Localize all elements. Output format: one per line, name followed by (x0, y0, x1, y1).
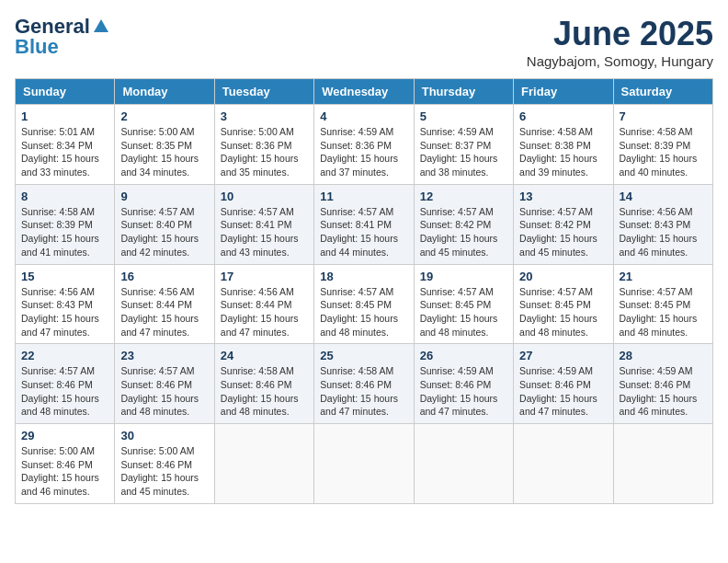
calendar-cell: 22 Sunrise: 4:57 AM Sunset: 8:46 PM Dayl… (16, 344, 115, 424)
day-number: 3 (221, 109, 308, 123)
calendar-cell: 5 Sunrise: 4:59 AM Sunset: 8:37 PM Dayli… (414, 105, 513, 185)
calendar-header-monday: Monday (115, 79, 214, 105)
day-info: Sunrise: 4:57 AM Sunset: 8:45 PM Dayligh… (519, 285, 607, 339)
calendar-cell: 25 Sunrise: 4:58 AM Sunset: 8:46 PM Dayl… (314, 344, 414, 424)
day-info: Sunrise: 4:56 AM Sunset: 8:44 PM Dayligh… (221, 285, 308, 339)
day-number: 21 (620, 270, 707, 283)
day-number: 28 (620, 349, 707, 362)
logo-blue: Blue (15, 35, 59, 59)
day-info: Sunrise: 4:57 AM Sunset: 8:41 PM Dayligh… (320, 205, 407, 259)
calendar-cell: 13 Sunrise: 4:57 AM Sunset: 8:42 PM Dayl… (514, 184, 613, 264)
calendar-cell: 7 Sunrise: 4:58 AM Sunset: 8:39 PM Dayli… (613, 105, 712, 185)
day-info: Sunrise: 4:58 AM Sunset: 8:46 PM Dayligh… (320, 364, 407, 419)
day-info: Sunrise: 5:00 AM Sunset: 8:46 PM Dayligh… (120, 444, 208, 499)
day-number: 7 (620, 109, 707, 123)
calendar-cell: 15 Sunrise: 4:56 AM Sunset: 8:43 PM Dayl… (16, 264, 115, 344)
calendar-cell: 14 Sunrise: 4:56 AM Sunset: 8:43 PM Dayl… (613, 184, 712, 264)
calendar-cell: 4 Sunrise: 4:59 AM Sunset: 8:36 PM Dayli… (314, 105, 414, 185)
day-number: 9 (120, 190, 208, 203)
calendar-cell: 1 Sunrise: 5:01 AM Sunset: 8:34 PM Dayli… (16, 105, 115, 185)
calendar-cell (214, 424, 313, 504)
calendar-cell: 30 Sunrise: 5:00 AM Sunset: 8:46 PM Dayl… (115, 424, 214, 504)
calendar-header-row: SundayMondayTuesdayWednesdayThursdayFrid… (16, 79, 713, 105)
day-number: 16 (120, 270, 208, 283)
day-info: Sunrise: 5:01 AM Sunset: 8:34 PM Dayligh… (21, 125, 108, 179)
day-info: Sunrise: 4:57 AM Sunset: 8:46 PM Dayligh… (120, 364, 208, 419)
day-number: 11 (320, 190, 407, 203)
day-info: Sunrise: 4:57 AM Sunset: 8:40 PM Dayligh… (120, 205, 208, 259)
header: General Blue June 2025 Nagybajom, Somogy… (15, 15, 713, 69)
calendar-cell: 18 Sunrise: 4:57 AM Sunset: 8:45 PM Dayl… (314, 264, 414, 344)
calendar-header-saturday: Saturday (613, 79, 712, 105)
calendar-cell: 16 Sunrise: 4:56 AM Sunset: 8:44 PM Dayl… (115, 264, 214, 344)
day-info: Sunrise: 4:57 AM Sunset: 8:45 PM Dayligh… (420, 285, 507, 339)
calendar-week-3: 15 Sunrise: 4:56 AM Sunset: 8:43 PM Dayl… (16, 264, 713, 344)
day-number: 30 (120, 429, 208, 442)
day-number: 29 (21, 429, 108, 442)
calendar-cell (314, 424, 414, 504)
calendar-cell: 11 Sunrise: 4:57 AM Sunset: 8:41 PM Dayl… (314, 184, 414, 264)
day-info: Sunrise: 4:59 AM Sunset: 8:37 PM Dayligh… (420, 125, 507, 179)
day-info: Sunrise: 4:57 AM Sunset: 8:46 PM Dayligh… (21, 364, 108, 419)
day-number: 8 (21, 190, 108, 203)
calendar-week-5: 29 Sunrise: 5:00 AM Sunset: 8:46 PM Dayl… (16, 424, 713, 504)
title-area: June 2025 Nagybajom, Somogy, Hungary (527, 15, 713, 69)
day-info: Sunrise: 4:59 AM Sunset: 8:46 PM Dayligh… (519, 364, 607, 419)
subtitle: Nagybajom, Somogy, Hungary (527, 53, 713, 69)
main-title: June 2025 (527, 15, 713, 53)
day-info: Sunrise: 4:58 AM Sunset: 8:39 PM Dayligh… (620, 125, 707, 179)
calendar-header-friday: Friday (514, 79, 613, 105)
day-number: 27 (519, 349, 607, 362)
day-number: 14 (620, 190, 707, 203)
day-info: Sunrise: 4:57 AM Sunset: 8:41 PM Dayligh… (221, 205, 308, 259)
calendar-cell: 9 Sunrise: 4:57 AM Sunset: 8:40 PM Dayli… (115, 184, 214, 264)
day-info: Sunrise: 4:58 AM Sunset: 8:46 PM Dayligh… (221, 364, 308, 419)
calendar-header-wednesday: Wednesday (314, 79, 414, 105)
day-info: Sunrise: 4:59 AM Sunset: 8:36 PM Dayligh… (320, 125, 407, 179)
day-number: 2 (120, 109, 208, 123)
day-info: Sunrise: 4:59 AM Sunset: 8:46 PM Dayligh… (620, 364, 707, 419)
logo: General Blue (15, 15, 110, 59)
calendar-header-sunday: Sunday (16, 79, 115, 105)
day-info: Sunrise: 4:56 AM Sunset: 8:43 PM Dayligh… (620, 205, 707, 259)
day-number: 22 (21, 349, 108, 362)
day-number: 17 (221, 270, 308, 283)
day-number: 15 (21, 270, 108, 283)
calendar-week-1: 1 Sunrise: 5:01 AM Sunset: 8:34 PM Dayli… (16, 105, 713, 185)
day-info: Sunrise: 4:58 AM Sunset: 8:39 PM Dayligh… (21, 205, 108, 259)
day-number: 4 (320, 109, 407, 123)
day-info: Sunrise: 4:57 AM Sunset: 8:45 PM Dayligh… (620, 285, 707, 339)
calendar-cell: 17 Sunrise: 4:56 AM Sunset: 8:44 PM Dayl… (214, 264, 313, 344)
calendar-cell: 28 Sunrise: 4:59 AM Sunset: 8:46 PM Dayl… (613, 344, 712, 424)
calendar-header-tuesday: Tuesday (214, 79, 313, 105)
calendar-cell: 8 Sunrise: 4:58 AM Sunset: 8:39 PM Dayli… (16, 184, 115, 264)
day-info: Sunrise: 4:56 AM Sunset: 8:44 PM Dayligh… (120, 285, 208, 339)
day-info: Sunrise: 4:59 AM Sunset: 8:46 PM Dayligh… (420, 364, 507, 419)
day-info: Sunrise: 5:00 AM Sunset: 8:36 PM Dayligh… (221, 125, 308, 179)
day-info: Sunrise: 4:57 AM Sunset: 8:42 PM Dayligh… (519, 205, 607, 259)
day-number: 18 (320, 270, 407, 283)
calendar-header-thursday: Thursday (414, 79, 513, 105)
calendar-cell (514, 424, 613, 504)
calendar-week-4: 22 Sunrise: 4:57 AM Sunset: 8:46 PM Dayl… (16, 344, 713, 424)
day-number: 10 (221, 190, 308, 203)
day-number: 12 (420, 190, 507, 203)
day-info: Sunrise: 4:57 AM Sunset: 8:45 PM Dayligh… (320, 285, 407, 339)
calendar-cell: 6 Sunrise: 4:58 AM Sunset: 8:38 PM Dayli… (514, 105, 613, 185)
calendar-cell: 19 Sunrise: 4:57 AM Sunset: 8:45 PM Dayl… (414, 264, 513, 344)
calendar-cell: 21 Sunrise: 4:57 AM Sunset: 8:45 PM Dayl… (613, 264, 712, 344)
calendar-cell: 26 Sunrise: 4:59 AM Sunset: 8:46 PM Dayl… (414, 344, 513, 424)
day-number: 20 (519, 270, 607, 283)
calendar-cell: 3 Sunrise: 5:00 AM Sunset: 8:36 PM Dayli… (214, 105, 313, 185)
calendar-cell (414, 424, 513, 504)
day-info: Sunrise: 5:00 AM Sunset: 8:46 PM Dayligh… (21, 444, 108, 499)
calendar-cell: 12 Sunrise: 4:57 AM Sunset: 8:42 PM Dayl… (414, 184, 513, 264)
calendar-cell: 10 Sunrise: 4:57 AM Sunset: 8:41 PM Dayl… (214, 184, 313, 264)
day-number: 19 (420, 270, 507, 283)
day-number: 13 (519, 190, 607, 203)
day-info: Sunrise: 5:00 AM Sunset: 8:35 PM Dayligh… (120, 125, 208, 179)
day-number: 23 (120, 349, 208, 362)
calendar-body: 1 Sunrise: 5:01 AM Sunset: 8:34 PM Dayli… (16, 105, 713, 504)
calendar-cell: 23 Sunrise: 4:57 AM Sunset: 8:46 PM Dayl… (115, 344, 214, 424)
day-number: 24 (221, 349, 308, 362)
